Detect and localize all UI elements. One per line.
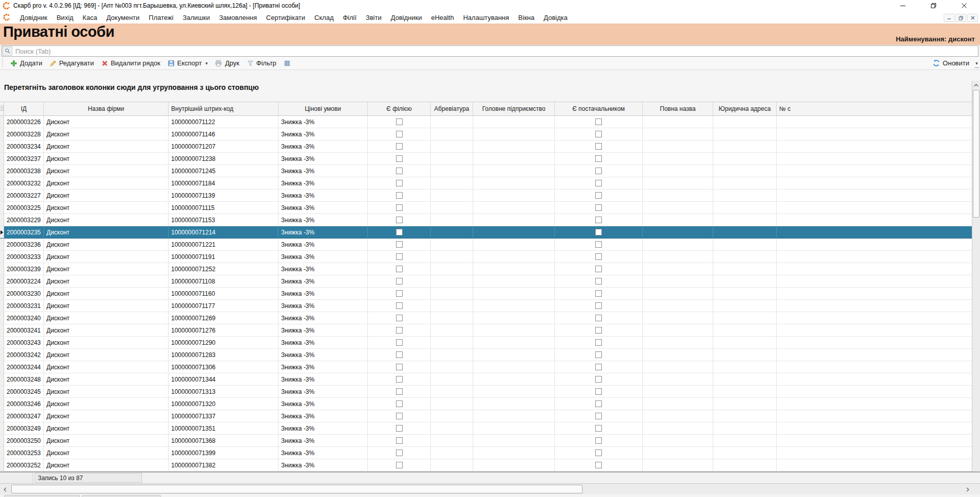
checkbox-is-supplier[interactable]: [595, 204, 602, 211]
menu-item-Вихід[interactable]: Вихід: [52, 12, 78, 23]
table-row[interactable]: 2000003249Дисконт1000000071351Знижка -3%: [0, 422, 972, 435]
checkbox-is-supplier[interactable]: [595, 376, 602, 383]
menu-item-Вікна[interactable]: Вікна: [514, 12, 539, 23]
checkbox-is-supplier[interactable]: [595, 400, 602, 407]
checkbox-is-supplier[interactable]: [595, 290, 602, 297]
checkbox-is-supplier[interactable]: [595, 449, 602, 456]
add-button[interactable]: Додати: [7, 58, 46, 68]
checkbox-is-supplier[interactable]: [595, 266, 602, 272]
table-row[interactable]: 2000003244Дисконт1000000071306Знижка -3%: [0, 361, 972, 373]
horizontal-scrollbar[interactable]: [0, 483, 980, 494]
column-header[interactable]: Назва фірми: [44, 102, 169, 115]
checkbox-is-branch[interactable]: [396, 168, 403, 174]
minimize-button[interactable]: [896, 1, 909, 10]
mdi-close-button[interactable]: [967, 14, 978, 22]
checkbox-is-supplier[interactable]: [595, 462, 602, 468]
checkbox-is-branch[interactable]: [396, 302, 403, 309]
table-row[interactable]: 2000003228Дисконт1000000071146Знижка -3%: [0, 128, 972, 140]
checkbox-is-supplier[interactable]: [595, 155, 602, 162]
checkbox-is-branch[interactable]: [396, 155, 403, 162]
checkbox-is-branch[interactable]: [396, 278, 403, 285]
column-header[interactable]: Юридична адреса: [713, 102, 777, 115]
table-row[interactable]: 2000003224Дисконт1000000071108Знижка -3%: [0, 275, 972, 288]
table-row[interactable]: 2000003253Дисконт1000000071399Знижка -3%: [0, 447, 972, 459]
menu-item-eHealth[interactable]: eHealth: [427, 12, 459, 23]
menu-item-Налаштування[interactable]: Налаштування: [458, 12, 514, 23]
table-row[interactable]: 2000003243Дисконт1000000071290Знижка -3%: [0, 337, 972, 349]
table-row[interactable]: 2000003226Дисконт1000000071122Знижка -3%: [0, 116, 972, 128]
checkbox-is-branch[interactable]: [396, 204, 403, 211]
checkbox-is-supplier[interactable]: [595, 351, 602, 358]
table-row[interactable]: 2000003232Дисконт1000000071184Знижка -3%: [0, 177, 972, 190]
scroll-right-icon[interactable]: [964, 485, 972, 493]
column-header[interactable]: Є постачальником: [555, 102, 643, 115]
table-row[interactable]: 2000003231Дисконт1000000071177Знижка -3%: [0, 300, 972, 312]
horizontal-scroll-thumb[interactable]: [11, 485, 582, 493]
checkbox-is-supplier[interactable]: [595, 217, 602, 223]
export-button[interactable]: Експорт ▾: [164, 58, 212, 68]
column-header[interactable]: Головне підприємство: [473, 102, 555, 115]
checkbox-is-supplier[interactable]: [595, 119, 602, 125]
mdi-restore-button[interactable]: [955, 14, 966, 22]
menu-item-Каса[interactable]: Каса: [78, 12, 102, 23]
menu-item-Сертифікати[interactable]: Сертифікати: [262, 12, 310, 23]
search-icon[interactable]: [3, 46, 12, 56]
checkbox-is-branch[interactable]: [396, 229, 403, 235]
columns-button[interactable]: [280, 58, 294, 68]
column-header[interactable]: ІД: [4, 102, 44, 115]
table-row[interactable]: 2000003246Дисконт1000000071320Знижка -3%: [0, 398, 972, 410]
print-button[interactable]: Друк: [211, 58, 243, 68]
table-row[interactable]: 2000003227Дисконт1000000071139Знижка -3%: [0, 190, 972, 202]
table-row[interactable]: 2000003252Дисконт1000000071382Знижка -3%: [0, 459, 972, 471]
checkbox-is-branch[interactable]: [396, 315, 403, 321]
vertical-scroll-thumb[interactable]: [973, 90, 979, 218]
table-row[interactable]: 2000003248Дисконт1000000071344Знижка -3%: [0, 373, 972, 386]
delete-row-button[interactable]: Видалити рядок: [98, 58, 164, 68]
menu-item-Замовлення[interactable]: Замовлення: [215, 12, 262, 23]
restore-button[interactable]: [927, 1, 940, 10]
menu-item-Склад[interactable]: Склад: [310, 12, 338, 23]
vertical-scrollbar[interactable]: [972, 81, 980, 483]
checkbox-is-branch[interactable]: [396, 413, 403, 419]
checkbox-is-supplier[interactable]: [595, 278, 602, 285]
menu-item-Залишки[interactable]: Залишки: [178, 12, 214, 23]
checkbox-is-branch[interactable]: [396, 119, 403, 125]
column-header[interactable]: Є філією: [368, 102, 431, 115]
checkbox-is-supplier[interactable]: [595, 192, 602, 199]
checkbox-is-supplier[interactable]: [595, 425, 602, 432]
column-header[interactable]: Повна назва: [643, 102, 713, 115]
checkbox-is-supplier[interactable]: [595, 437, 602, 444]
checkbox-is-branch[interactable]: [396, 376, 403, 383]
table-row[interactable]: 2000003250Дисконт1000000071368Знижка -3%: [0, 435, 972, 447]
checkbox-is-supplier[interactable]: [595, 327, 602, 334]
search-input[interactable]: [13, 48, 978, 55]
refresh-button[interactable]: Оновити: [929, 58, 973, 68]
close-button[interactable]: [958, 1, 971, 10]
checkbox-is-supplier[interactable]: [595, 143, 602, 150]
filter-button[interactable]: Фільтр: [243, 58, 280, 68]
menu-item-Довідник[interactable]: Довідник: [15, 12, 52, 23]
column-header[interactable]: № с: [777, 102, 972, 115]
checkbox-is-supplier[interactable]: [595, 364, 602, 370]
table-row[interactable]: 2000003229Дисконт1000000071153Знижка -3%: [0, 214, 972, 226]
checkbox-is-branch[interactable]: [396, 327, 403, 334]
checkbox-is-supplier[interactable]: [595, 253, 602, 260]
menu-item-Довідка[interactable]: Довідка: [539, 12, 572, 23]
column-header[interactable]: Абревіатура: [431, 102, 473, 115]
checkbox-is-supplier[interactable]: [595, 315, 602, 321]
checkbox-is-supplier[interactable]: [595, 302, 602, 309]
checkbox-is-branch[interactable]: [396, 180, 403, 186]
table-row[interactable]: 2000003225Дисконт1000000071115Знижка -3%: [0, 202, 972, 214]
menu-item-Філії[interactable]: Філії: [338, 12, 361, 23]
table-row[interactable]: 2000003239Дисконт1000000071252Знижка -3%: [0, 263, 972, 275]
checkbox-is-branch[interactable]: [396, 339, 403, 346]
table-row[interactable]: 2000003245Дисконт1000000071313Знижка -3%: [0, 386, 972, 398]
checkbox-is-branch[interactable]: [396, 400, 403, 407]
column-header[interactable]: Цінові умови: [278, 102, 368, 115]
checkbox-is-branch[interactable]: [396, 364, 403, 370]
menu-item-Документи[interactable]: Документи: [102, 12, 144, 23]
scroll-left-icon[interactable]: [1, 485, 9, 493]
checkbox-is-supplier[interactable]: [595, 229, 602, 235]
checkbox-is-branch[interactable]: [396, 253, 403, 260]
checkbox-is-branch[interactable]: [396, 143, 403, 150]
